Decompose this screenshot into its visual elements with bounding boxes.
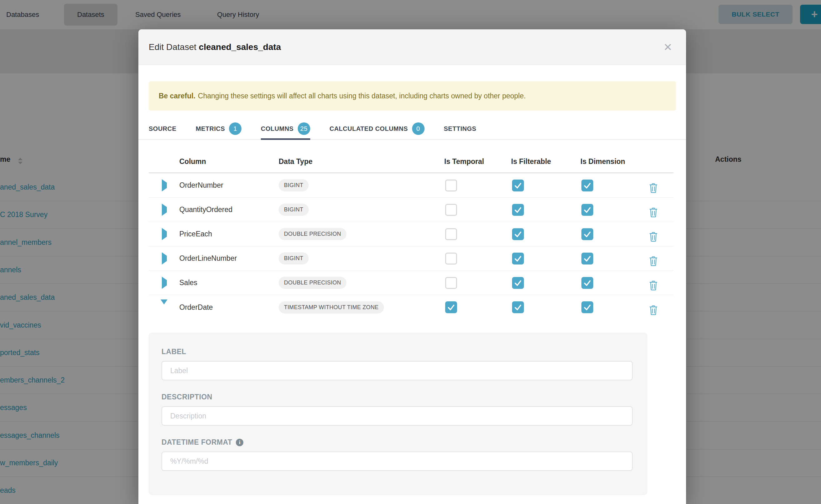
is-temporal-checkbox[interactable]: [445, 301, 457, 313]
column-row: QuantityOrdered BIGINT: [149, 198, 674, 222]
column-name: PriceEach: [179, 230, 279, 238]
is-temporal-checkbox[interactable]: [445, 277, 457, 289]
column-name: OrderLineNumber: [179, 254, 279, 263]
is-dimension-checkbox[interactable]: [581, 301, 593, 313]
is-temporal-checkbox[interactable]: [445, 253, 457, 264]
data-type-pill: DOUBLE PRECISION: [279, 277, 346, 289]
count-badge: 0: [412, 122, 425, 135]
modal-title-prefix: Edit Dataset: [149, 42, 199, 52]
column-detail-panel: LABEL DESCRIPTION DATETIME FORMAT i: [149, 333, 647, 495]
header-is-filterable: Is Filterable: [511, 157, 581, 166]
close-icon[interactable]: ✕: [664, 42, 673, 52]
modal-header: Edit Dataset cleaned_sales_data ✕: [138, 29, 686, 65]
expand-caret-icon[interactable]: [161, 299, 167, 310]
column-name: OrderNumber: [179, 181, 279, 190]
is-filterable-checkbox[interactable]: [512, 204, 524, 216]
is-temporal-checkbox[interactable]: [445, 180, 457, 191]
description-field-label: DESCRIPTION: [161, 393, 633, 401]
is-dimension-checkbox[interactable]: [581, 180, 593, 191]
expand-caret-icon[interactable]: [162, 277, 167, 289]
modal-tabs: SOURCE METRICS1 COLUMNS25 CALCULATED COL…: [138, 118, 686, 140]
datetime-format-input[interactable]: [161, 452, 633, 471]
data-type-pill: BIGINT: [279, 252, 309, 264]
is-filterable-checkbox[interactable]: [512, 228, 524, 240]
is-dimension-checkbox[interactable]: [581, 253, 593, 264]
modal-title-dataset: cleaned_sales_data: [199, 42, 281, 52]
column-row: Sales DOUBLE PRECISION: [149, 271, 674, 295]
column-name: Sales: [179, 279, 279, 287]
column-name: OrderDate: [179, 303, 279, 312]
is-temporal-checkbox[interactable]: [445, 228, 457, 240]
delete-column-icon[interactable]: [649, 232, 674, 242]
delete-column-icon[interactable]: [649, 256, 674, 266]
delete-column-icon[interactable]: [649, 208, 674, 217]
column-row: OrderLineNumber BIGINT: [149, 246, 674, 271]
tab-label: CALCULATED COLUMNS: [329, 125, 408, 132]
label-field-label: LABEL: [161, 348, 633, 356]
expand-caret-icon[interactable]: [162, 228, 167, 240]
count-badge: 1: [229, 122, 241, 135]
data-type-pill: BIGINT: [279, 204, 309, 216]
is-temporal-checkbox[interactable]: [445, 204, 457, 216]
expand-caret-icon[interactable]: [162, 252, 167, 264]
column-row: OrderNumber BIGINT: [149, 173, 674, 198]
tab-calculated-columns[interactable]: CALCULATED COLUMNS0: [329, 118, 425, 139]
is-filterable-checkbox[interactable]: [512, 180, 524, 191]
tab-label: METRICS: [196, 125, 225, 132]
columns-table-header: Column Data Type Is Temporal Is Filterab…: [149, 140, 674, 173]
expand-caret-icon[interactable]: [162, 204, 167, 216]
delete-column-icon[interactable]: [649, 183, 674, 193]
header-data-type: Data Type: [279, 157, 444, 166]
columns-table: Column Data Type Is Temporal Is Filterab…: [149, 140, 674, 319]
delete-column-icon[interactable]: [649, 305, 674, 315]
header-is-temporal: Is Temporal: [444, 157, 511, 166]
columns-table-body: OrderNumber BIGINT QuantityOrdered BIGIN…: [149, 173, 674, 319]
data-type-pill: BIGINT: [279, 179, 309, 191]
header-is-dimension: Is Dimension: [581, 157, 649, 166]
delete-column-icon[interactable]: [649, 281, 674, 290]
is-dimension-checkbox[interactable]: [581, 277, 593, 289]
tab-label: SOURCE: [149, 125, 176, 132]
tab-metrics[interactable]: METRICS1: [196, 118, 242, 139]
description-input[interactable]: [161, 406, 633, 426]
edit-dataset-modal: Edit Dataset cleaned_sales_data ✕ Be car…: [138, 29, 686, 504]
is-filterable-checkbox[interactable]: [512, 277, 524, 289]
is-dimension-checkbox[interactable]: [581, 228, 593, 240]
warning-bold-text: Be careful.: [159, 92, 195, 100]
data-type-pill: DOUBLE PRECISION: [279, 228, 346, 240]
datetime-format-field-label: DATETIME FORMAT i: [161, 438, 633, 447]
tab-source[interactable]: SOURCE: [149, 118, 176, 139]
tab-columns[interactable]: COLUMNS25: [261, 118, 310, 139]
tab-label: SETTINGS: [444, 125, 477, 132]
column-row: PriceEach DOUBLE PRECISION: [149, 222, 674, 246]
header-column: Column: [179, 157, 279, 166]
label-input[interactable]: [161, 361, 633, 380]
warning-banner: Be careful. Changing these settings will…: [149, 81, 676, 111]
data-type-pill: TIMESTAMP WITHOUT TIME ZONE: [279, 301, 384, 314]
tab-settings[interactable]: SETTINGS: [444, 118, 477, 139]
warning-text: Changing these settings will affect all …: [198, 92, 526, 100]
is-dimension-checkbox[interactable]: [581, 204, 593, 216]
column-row: OrderDate TIMESTAMP WITHOUT TIME ZONE: [149, 295, 674, 319]
info-icon[interactable]: i: [236, 439, 243, 446]
column-name: QuantityOrdered: [179, 205, 279, 214]
is-filterable-checkbox[interactable]: [512, 253, 524, 264]
expand-caret-icon[interactable]: [162, 179, 167, 191]
is-filterable-checkbox[interactable]: [512, 301, 524, 313]
modal-title: Edit Dataset cleaned_sales_data: [149, 42, 281, 52]
count-badge: 25: [298, 122, 310, 135]
tab-label: COLUMNS: [261, 125, 294, 132]
